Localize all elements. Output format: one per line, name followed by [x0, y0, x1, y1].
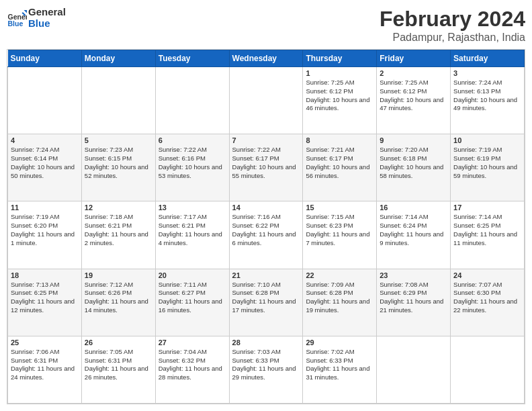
- calendar-cell: 22Sunrise: 7:09 AMSunset: 6:28 PMDayligh…: [303, 269, 377, 336]
- calendar-cell: 14Sunrise: 7:16 AMSunset: 6:22 PMDayligh…: [229, 201, 303, 269]
- calendar-cell: 6Sunrise: 7:22 AMSunset: 6:16 PMDaylight…: [155, 134, 229, 201]
- month-title: February 2024: [380, 7, 525, 32]
- day-info: Sunrise: 7:13 AMSunset: 6:25 PMDaylight:…: [11, 281, 79, 315]
- day-number: 8: [306, 136, 373, 144]
- day-info: Sunrise: 7:03 AMSunset: 6:33 PMDaylight:…: [232, 348, 300, 382]
- day-number: 4: [11, 136, 79, 144]
- calendar-cell: [229, 67, 303, 134]
- day-number: 20: [159, 271, 226, 279]
- calendar-cell: 13Sunrise: 7:17 AMSunset: 6:21 PMDayligh…: [155, 201, 229, 269]
- day-info: Sunrise: 7:24 AMSunset: 6:13 PMDaylight:…: [453, 79, 521, 113]
- day-info: Sunrise: 7:19 AMSunset: 6:19 PMDaylight:…: [453, 146, 521, 180]
- calendar-cell: 25Sunrise: 7:06 AMSunset: 6:31 PMDayligh…: [8, 336, 82, 403]
- day-info: Sunrise: 7:04 AMSunset: 6:32 PMDaylight:…: [159, 348, 226, 382]
- day-info: Sunrise: 7:10 AMSunset: 6:28 PMDaylight:…: [232, 281, 300, 315]
- day-info: Sunrise: 7:22 AMSunset: 6:17 PMDaylight:…: [232, 146, 300, 180]
- day-number: 17: [453, 203, 521, 212]
- day-info: Sunrise: 7:06 AMSunset: 6:31 PMDaylight:…: [11, 348, 79, 382]
- day-number: 15: [306, 203, 373, 212]
- weekday-header: Monday: [81, 50, 155, 67]
- calendar-cell: 27Sunrise: 7:04 AMSunset: 6:32 PMDayligh…: [155, 336, 229, 403]
- day-info: Sunrise: 7:14 AMSunset: 6:24 PMDaylight:…: [380, 213, 447, 247]
- calendar-cell: [8, 67, 82, 134]
- day-number: 19: [85, 271, 152, 279]
- day-info: Sunrise: 7:08 AMSunset: 6:29 PMDaylight:…: [380, 281, 447, 315]
- day-number: 6: [159, 136, 226, 144]
- calendar-cell: 8Sunrise: 7:21 AMSunset: 6:17 PMDaylight…: [303, 134, 377, 201]
- day-info: Sunrise: 7:17 AMSunset: 6:21 PMDaylight:…: [159, 213, 226, 247]
- day-number: 11: [11, 203, 79, 212]
- calendar-cell: 21Sunrise: 7:10 AMSunset: 6:28 PMDayligh…: [229, 269, 303, 336]
- day-number: 5: [85, 136, 152, 144]
- day-info: Sunrise: 7:20 AMSunset: 6:18 PMDaylight:…: [380, 146, 447, 180]
- calendar: SundayMondayTuesdayWednesdayThursdayFrid…: [7, 49, 525, 404]
- calendar-cell: 28Sunrise: 7:03 AMSunset: 6:33 PMDayligh…: [229, 336, 303, 403]
- weekday-header: Wednesday: [229, 50, 303, 67]
- weekday-header: Friday: [377, 50, 451, 67]
- calendar-cell: [155, 67, 229, 134]
- day-info: Sunrise: 7:25 AMSunset: 6:12 PMDaylight:…: [306, 79, 373, 113]
- logo-general: General: [28, 7, 66, 18]
- day-info: Sunrise: 7:12 AMSunset: 6:26 PMDaylight:…: [85, 281, 152, 315]
- day-info: Sunrise: 7:25 AMSunset: 6:12 PMDaylight:…: [380, 79, 447, 113]
- day-info: Sunrise: 7:07 AMSunset: 6:30 PMDaylight:…: [453, 281, 521, 315]
- calendar-cell: 9Sunrise: 7:20 AMSunset: 6:18 PMDaylight…: [377, 134, 451, 201]
- day-number: 7: [232, 136, 300, 144]
- day-number: 21: [232, 271, 300, 279]
- day-number: 16: [380, 203, 447, 212]
- day-info: Sunrise: 7:16 AMSunset: 6:22 PMDaylight:…: [232, 213, 300, 247]
- day-number: 25: [11, 338, 79, 347]
- calendar-cell: [451, 336, 525, 403]
- day-number: 3: [453, 69, 521, 77]
- day-info: Sunrise: 7:15 AMSunset: 6:23 PMDaylight:…: [306, 213, 373, 247]
- day-info: Sunrise: 7:14 AMSunset: 6:25 PMDaylight:…: [453, 213, 521, 247]
- day-number: 10: [453, 136, 521, 144]
- day-number: 1: [306, 69, 373, 77]
- day-info: Sunrise: 7:19 AMSunset: 6:20 PMDaylight:…: [11, 213, 79, 247]
- calendar-cell: 26Sunrise: 7:05 AMSunset: 6:31 PMDayligh…: [81, 336, 155, 403]
- day-number: 28: [232, 338, 300, 347]
- weekday-header: Thursday: [303, 50, 377, 67]
- day-number: 9: [380, 136, 447, 144]
- day-info: Sunrise: 7:24 AMSunset: 6:14 PMDaylight:…: [11, 146, 79, 180]
- day-number: 2: [380, 69, 447, 77]
- calendar-cell: 2Sunrise: 7:25 AMSunset: 6:12 PMDaylight…: [377, 67, 451, 134]
- location: Padampur, Rajasthan, India: [380, 32, 525, 44]
- weekday-header: Sunday: [8, 50, 82, 67]
- day-number: 26: [85, 338, 152, 347]
- calendar-cell: 11Sunrise: 7:19 AMSunset: 6:20 PMDayligh…: [8, 201, 82, 269]
- day-number: 14: [232, 203, 300, 212]
- day-number: 29: [306, 338, 373, 347]
- calendar-cell: 24Sunrise: 7:07 AMSunset: 6:30 PMDayligh…: [451, 269, 525, 336]
- calendar-cell: 12Sunrise: 7:18 AMSunset: 6:21 PMDayligh…: [81, 201, 155, 269]
- calendar-cell: 16Sunrise: 7:14 AMSunset: 6:24 PMDayligh…: [377, 201, 451, 269]
- day-number: 22: [306, 271, 373, 279]
- day-number: 23: [380, 271, 447, 279]
- calendar-cell: 23Sunrise: 7:08 AMSunset: 6:29 PMDayligh…: [377, 269, 451, 336]
- day-number: 18: [11, 271, 79, 279]
- day-info: Sunrise: 7:11 AMSunset: 6:27 PMDaylight:…: [159, 281, 226, 315]
- logo: General Blue General Blue: [7, 7, 66, 29]
- header: General Blue General Blue February 2024 …: [7, 7, 525, 44]
- day-number: 27: [159, 338, 226, 347]
- day-number: 12: [85, 203, 152, 212]
- svg-text:Blue: Blue: [8, 19, 24, 28]
- calendar-cell: [81, 67, 155, 134]
- calendar-cell: 15Sunrise: 7:15 AMSunset: 6:23 PMDayligh…: [303, 201, 377, 269]
- day-info: Sunrise: 7:05 AMSunset: 6:31 PMDaylight:…: [85, 348, 152, 382]
- calendar-cell: 10Sunrise: 7:19 AMSunset: 6:19 PMDayligh…: [451, 134, 525, 201]
- calendar-cell: 29Sunrise: 7:02 AMSunset: 6:33 PMDayligh…: [303, 336, 377, 403]
- calendar-cell: 17Sunrise: 7:14 AMSunset: 6:25 PMDayligh…: [451, 201, 525, 269]
- title-block: February 2024 Padampur, Rajasthan, India: [380, 7, 525, 44]
- calendar-cell: [377, 336, 451, 403]
- day-info: Sunrise: 7:18 AMSunset: 6:21 PMDaylight:…: [85, 213, 152, 247]
- day-info: Sunrise: 7:22 AMSunset: 6:16 PMDaylight:…: [159, 146, 226, 180]
- logo-blue: Blue: [28, 18, 66, 30]
- weekday-header: Tuesday: [155, 50, 229, 67]
- day-info: Sunrise: 7:09 AMSunset: 6:28 PMDaylight:…: [306, 281, 373, 315]
- calendar-cell: 3Sunrise: 7:24 AMSunset: 6:13 PMDaylight…: [451, 67, 525, 134]
- day-number: 24: [453, 271, 521, 279]
- calendar-cell: 1Sunrise: 7:25 AMSunset: 6:12 PMDaylight…: [303, 67, 377, 134]
- calendar-cell: 4Sunrise: 7:24 AMSunset: 6:14 PMDaylight…: [8, 134, 82, 201]
- page: General Blue General Blue February 2024 …: [0, 0, 532, 411]
